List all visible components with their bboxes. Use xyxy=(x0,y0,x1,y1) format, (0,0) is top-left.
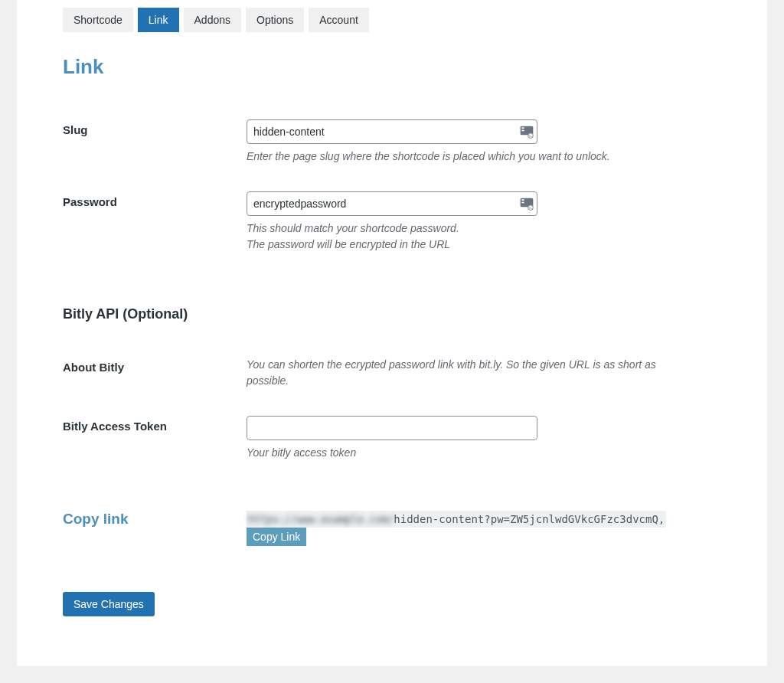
copy-link-url-visible: hidden-content?pw=ZW5jcnlwdGVkcGFzc3dvcm… xyxy=(394,513,665,525)
slug-input[interactable] xyxy=(247,119,537,144)
bitly-token-hint: Your bitly access token xyxy=(247,445,675,461)
copy-link-button[interactable]: Copy Link xyxy=(247,528,306,546)
tab-shortcode[interactable]: Shortcode xyxy=(63,8,133,32)
password-input[interactable] xyxy=(247,191,537,216)
save-changes-button[interactable]: Save Changes xyxy=(63,592,155,616)
tab-link[interactable]: Link xyxy=(138,8,179,32)
tab-options[interactable]: Options xyxy=(246,8,304,32)
bitly-token-input[interactable] xyxy=(247,416,537,440)
tabs-nav: Shortcode Link Addons Options Account xyxy=(63,8,721,32)
slug-label: Slug xyxy=(63,108,247,180)
page-title: Link xyxy=(63,55,721,79)
bitly-token-label: Bitly Access Token xyxy=(63,404,247,476)
tab-account[interactable]: Account xyxy=(309,8,369,32)
password-hint-line1: This should match your shortcode passwor… xyxy=(247,222,459,234)
copy-link-container: https://www.example.com/hidden-content?p… xyxy=(247,512,672,543)
form-table: Slug 9+ Enter the page slug where the sh… xyxy=(63,108,721,561)
password-label: Password xyxy=(63,180,247,268)
tab-addons[interactable]: Addons xyxy=(184,8,241,32)
about-bitly-label: About Bitly xyxy=(63,345,247,404)
settings-panel: Shortcode Link Addons Options Account Li… xyxy=(17,0,767,666)
bitly-section-title: Bitly API (Optional) xyxy=(63,283,714,330)
copy-link-url-hidden: https://www.example.com/ xyxy=(248,513,394,525)
copy-link-label: Copy link xyxy=(63,511,129,527)
about-bitly-text: You can shorten the ecrypted password li… xyxy=(247,357,675,389)
password-hint-line2: The password will be encrypted in the UR… xyxy=(247,238,450,250)
slug-hint: Enter the page slug where the shortcode … xyxy=(247,149,675,165)
password-hint: This should match your shortcode passwor… xyxy=(247,221,675,253)
